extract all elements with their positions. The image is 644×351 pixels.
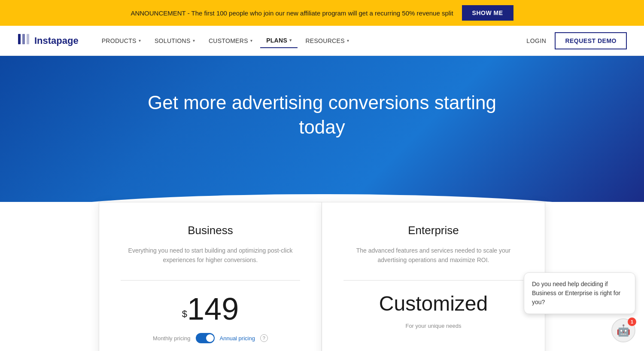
enterprise-plan-card: Enterprise The advanced features and ser…	[322, 202, 545, 351]
chat-bubble: Do you need help deciding if Business or…	[524, 272, 635, 314]
enterprise-price-area: Customized	[343, 293, 523, 314]
business-price-area: $149	[121, 293, 300, 324]
enterprise-plan-description: The advanced features and services neede…	[343, 246, 523, 267]
chat-avatar-button[interactable]: 🤖 1	[611, 318, 635, 342]
navbar: Instapage PRODUCTS ▾ SOLUTIONS ▾ CUSTOME…	[0, 26, 644, 56]
chevron-down-icon: ▾	[250, 38, 252, 43]
business-price-dollar: $	[182, 308, 187, 319]
enterprise-price-note: For your unique needs	[343, 323, 523, 329]
business-plan-description: Everything you need to start building an…	[121, 246, 300, 267]
robot-icon: 🤖	[617, 324, 630, 337]
annual-toggle-switch[interactable]	[196, 333, 215, 343]
toggle-help-icon[interactable]: ?	[260, 334, 268, 342]
chevron-down-icon: ▾	[289, 38, 292, 43]
nav-solutions[interactable]: SOLUTIONS ▾	[149, 34, 201, 48]
enterprise-plan-name: Enterprise	[343, 224, 523, 237]
announcement-text: ANNOUNCEMENT - The first 100 people who …	[131, 9, 453, 17]
logo-icon	[17, 32, 31, 49]
chevron-down-icon: ▾	[347, 38, 349, 43]
nav-customers[interactable]: CUSTOMERS ▾	[203, 34, 258, 48]
chevron-down-icon: ▾	[193, 38, 195, 43]
annual-pricing-label: Annual pricing	[220, 335, 255, 342]
svg-rect-1	[22, 34, 25, 44]
nav-plans[interactable]: PLANS ▾	[260, 34, 298, 48]
svg-rect-0	[18, 34, 21, 44]
login-button[interactable]: LOGIN	[526, 37, 546, 44]
chevron-down-icon: ▾	[139, 38, 141, 43]
hero-title: Get more advertising conversions startin…	[129, 90, 515, 139]
logo-text: Instapage	[34, 35, 79, 46]
announcement-bar: ANNOUNCEMENT - The first 100 people who …	[0, 0, 644, 26]
enterprise-plan-divider	[343, 280, 523, 281]
business-plan-divider	[121, 280, 300, 281]
business-plan-card: Business Everything you need to start bu…	[99, 202, 322, 351]
nav-links: PRODUCTS ▾ SOLUTIONS ▾ CUSTOMERS ▾ PLANS…	[96, 34, 527, 48]
request-demo-button[interactable]: REQUEST DEMO	[555, 32, 627, 49]
svg-rect-2	[27, 34, 29, 44]
chat-widget: Do you need help deciding if Business or…	[524, 272, 635, 342]
show-me-button[interactable]: SHOW ME	[462, 5, 513, 21]
enterprise-price-custom: Customized	[379, 292, 488, 315]
nav-resources[interactable]: RESOURCES ▾	[299, 34, 355, 48]
monthly-pricing-label: Monthly pricing	[153, 335, 190, 342]
pricing-toggle: Monthly pricing Annual pricing ?	[121, 333, 300, 343]
chat-notification-badge: 1	[628, 317, 636, 326]
toggle-knob	[206, 334, 214, 342]
nav-products[interactable]: PRODUCTS ▾	[96, 34, 147, 48]
business-plan-name: Business	[121, 224, 300, 237]
logo[interactable]: Instapage	[17, 32, 79, 49]
nav-right: LOGIN REQUEST DEMO	[526, 32, 627, 49]
business-price-amount: 149	[187, 292, 239, 326]
